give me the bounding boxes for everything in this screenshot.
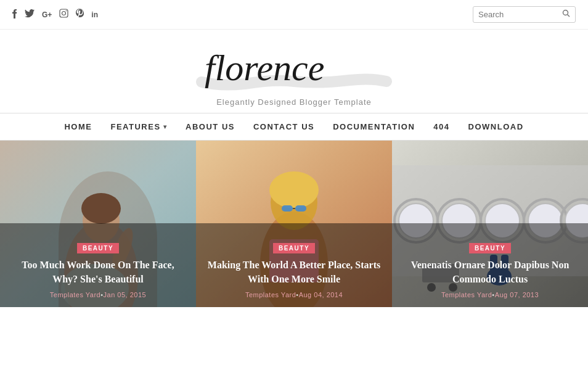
svg-point-9 (81, 193, 121, 224)
card-3-title: Venenatis Ornare Dolor Dapibus Non Commo… (402, 258, 578, 286)
svg-rect-17 (282, 205, 293, 212)
navigation: HOME FEATURES ▾ ABOUT US CONTACT US DOCU… (0, 113, 588, 141)
nav-home[interactable]: HOME (64, 122, 92, 131)
card-3[interactable]: BEAUTY Venenatis Ornare Dolor Dapibus No… (392, 141, 588, 307)
top-bar: G+ in (0, 0, 588, 30)
site-tagline: Elegantly Designed Blogger Template (0, 97, 588, 107)
facebook-icon[interactable] (12, 9, 17, 21)
nav-documentation[interactable]: DOCUMENTATION (333, 122, 415, 131)
card-3-content: BEAUTY Venenatis Ornare Dolor Dapibus No… (402, 242, 578, 298)
search-icon[interactable] (562, 9, 570, 20)
svg-point-15 (269, 171, 319, 208)
card-2-badge: BEAUTY (273, 243, 315, 253)
cards-grid: BEAUTY Too Much Work Done On The Face, W… (0, 141, 588, 307)
card-2-meta: Templates Yard•Aug 04, 2014 (206, 291, 382, 298)
googleplus-icon[interactable]: G+ (42, 10, 52, 19)
card-2[interactable]: BEAUTY Making The World A Better Place, … (196, 141, 392, 307)
card-3-badge: BEAUTY (469, 243, 511, 253)
card-1-title: Too Much Work Done On The Face, Why? She… (10, 258, 186, 286)
nav-menu: HOME FEATURES ▾ ABOUT US CONTACT US DOCU… (64, 122, 523, 131)
linkedin-icon[interactable]: in (91, 10, 98, 19)
nav-about[interactable]: ABOUT US (186, 122, 235, 131)
svg-rect-18 (295, 205, 306, 212)
nav-404[interactable]: 404 (433, 122, 449, 131)
svg-point-3 (563, 10, 568, 15)
svg-text:florence: florence (205, 47, 324, 88)
svg-point-2 (66, 10, 67, 12)
chevron-down-icon: ▾ (163, 123, 168, 130)
site-logo: florence (195, 42, 393, 91)
twitter-icon[interactable] (25, 9, 35, 20)
nav-contact[interactable]: CONTACT US (253, 122, 314, 131)
site-header: florence Elegantly Designed Blogger Temp… (0, 30, 588, 113)
card-2-overlay: BEAUTY Making The World A Better Place, … (196, 223, 392, 307)
pinterest-icon[interactable] (76, 9, 84, 21)
card-1-meta: Templates Yard•Jan 05, 2015 (10, 291, 186, 298)
nav-features[interactable]: FEATURES ▾ (110, 122, 167, 131)
card-2-title: Making The World A Better Place, Starts … (206, 258, 382, 286)
card-1[interactable]: BEAUTY Too Much Work Done On The Face, W… (0, 141, 196, 307)
card-3-meta: Templates Yard•Aug 07, 2013 (402, 291, 578, 298)
search-input[interactable] (478, 10, 558, 19)
search-box[interactable] (473, 6, 576, 23)
card-2-content: BEAUTY Making The World A Better Place, … (206, 242, 382, 298)
svg-line-4 (568, 15, 570, 17)
social-icons: G+ in (12, 9, 98, 21)
card-3-overlay: BEAUTY Venenatis Ornare Dolor Dapibus No… (392, 223, 588, 307)
nav-download[interactable]: DOWNLOAD (468, 122, 524, 131)
card-1-content: BEAUTY Too Much Work Done On The Face, W… (10, 242, 186, 298)
instagram-icon[interactable] (59, 9, 68, 20)
svg-point-1 (62, 12, 66, 15)
card-1-overlay: BEAUTY Too Much Work Done On The Face, W… (0, 223, 196, 307)
card-1-badge: BEAUTY (77, 243, 119, 253)
